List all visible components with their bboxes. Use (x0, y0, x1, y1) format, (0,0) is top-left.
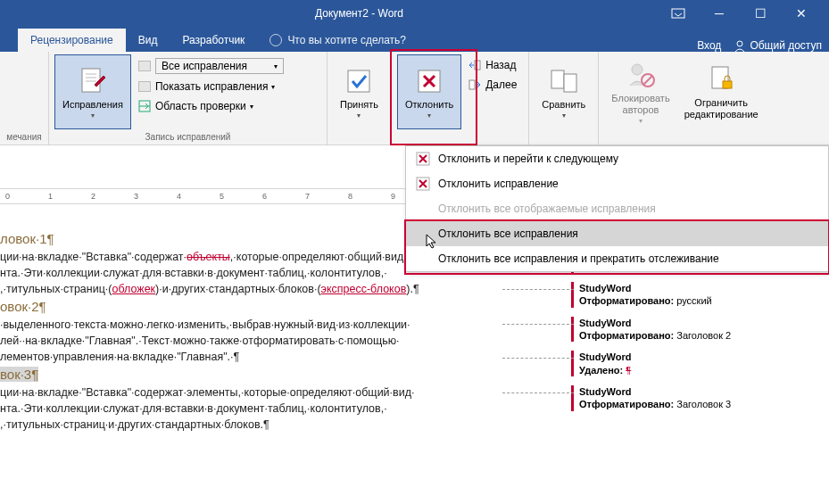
cursor-icon (426, 234, 438, 250)
block-authors-label2: авторов (623, 104, 659, 115)
prev-label: Назад (485, 59, 516, 71)
inserted-text: обложек (112, 283, 155, 295)
review-pane-icon (137, 99, 152, 113)
next-label: Далее (485, 78, 517, 91)
tab-review[interactable]: Рецензирование (18, 29, 126, 52)
group-comments-label: мечания (5, 130, 43, 144)
change-label: Отформатировано: (579, 399, 674, 409)
reject-and-next-item[interactable]: Отклонить и перейти к следующему (406, 146, 828, 171)
login-link[interactable]: Вход (697, 39, 721, 52)
text: нта.·Эти·коллекции·служат·для·вставки·в·… (0, 267, 387, 279)
accept-button[interactable]: Принять ▾ (333, 54, 385, 129)
restrict-icon (705, 63, 737, 95)
caret-icon: ▾ (562, 112, 566, 120)
show-markup-label: Показать исправления (155, 80, 269, 93)
track-changes-button[interactable]: Исправления ▾ (54, 54, 131, 129)
all-markup-label: Все исправления (162, 60, 247, 72)
markup-icon (137, 59, 152, 73)
block-authors-icon (625, 59, 657, 91)
caret-icon: ▾ (427, 112, 431, 120)
heading-3: вок·3¶ (0, 367, 38, 382)
change-item[interactable]: StudyWordУдалено: ¶ (571, 351, 731, 376)
reject-shown-item: Отклонить все отображаемые исправления (406, 196, 828, 221)
change-item[interactable]: StudyWordОтформатировано: русский (571, 282, 731, 308)
compare-button[interactable]: Сравнить ▾ (535, 54, 593, 129)
window-title: Документ2 - Word (61, 7, 658, 20)
accept-label: Принять (340, 99, 378, 111)
svg-rect-17 (723, 81, 732, 88)
text: ·выделенного·текста·можно·легко·изменить… (0, 318, 410, 331)
text: ,·которые·определяют·общий·вид· (230, 251, 407, 263)
svg-rect-7 (348, 70, 369, 92)
restrict-editing-button[interactable]: Ограничитьредактирование (677, 54, 766, 129)
highlight-box-dropdown (404, 219, 829, 275)
change-item[interactable]: StudyWordОтформатировано: Заголовок 3 (571, 385, 731, 411)
svg-point-1 (737, 41, 742, 46)
text: ции·на·вкладке·"Вставка"·содержат·элемен… (0, 386, 414, 399)
track-changes-icon (77, 65, 109, 97)
change-author: StudyWord (579, 351, 731, 363)
text: ,·титульных·страниц·и·других·стандартных… (0, 418, 269, 431)
change-value: Заголовок 3 (676, 399, 731, 409)
reject-change-item[interactable]: Отклонить исправление (406, 171, 828, 196)
review-pane-button[interactable]: Область проверки ▾ (135, 97, 306, 115)
tab-strip: Рецензирование Вид Разработчик Что вы хо… (0, 27, 829, 52)
caret-icon: ▾ (639, 117, 642, 125)
reject-label: Отклонить (405, 99, 453, 111)
compare-icon (548, 65, 580, 97)
block-authors-label1: Блокировать (611, 93, 669, 103)
text: нта.·Эти·коллекции·служат·для·вставки·в·… (0, 402, 387, 415)
reject-icon (415, 151, 431, 167)
tab-view[interactable]: Вид (126, 29, 170, 52)
text: лей··на·вкладке·"Главная".·Текст·можно·т… (0, 335, 400, 347)
reject-dropdown: Отклонить и перейти к следующему Отклони… (405, 145, 829, 272)
svg-rect-12 (564, 74, 576, 92)
tab-developer[interactable]: Разработчик (170, 29, 257, 52)
tracking-group-label: Запись исправлений (54, 130, 321, 144)
reject-button[interactable]: Отклонить ▾ (397, 54, 461, 129)
share-button[interactable]: Общий доступ (734, 39, 822, 52)
svg-rect-11 (551, 70, 564, 88)
caret-icon: ▾ (91, 112, 95, 120)
reject-icon (413, 65, 445, 97)
dropdown-caret-icon: ▾ (274, 62, 278, 70)
svg-point-13 (632, 64, 642, 75)
change-author: StudyWord (579, 385, 731, 398)
ribbon-options-icon[interactable] (658, 0, 699, 27)
review-pane-label: Область проверки (155, 100, 246, 112)
text: ).¶ (406, 283, 419, 295)
change-author: StudyWord (579, 317, 731, 329)
show-markup-icon (137, 79, 152, 94)
change-author: StudyWord (579, 282, 731, 294)
track-changes-label: Исправления (62, 99, 123, 111)
tell-me-label: Что вы хотите сделать? (287, 34, 406, 46)
svg-line-15 (643, 76, 652, 85)
change-value: Заголовок 2 (676, 330, 731, 341)
svg-rect-2 (82, 69, 100, 92)
change-label: Отформатировано: (579, 295, 674, 306)
block-authors-button[interactable]: Блокироватьавторов ▾ (604, 54, 676, 129)
close-button[interactable]: ✕ (781, 0, 822, 27)
text: )·и·других·стандартных·блоков·( (155, 283, 320, 295)
heading-1: ловок·1¶ (0, 231, 54, 246)
share-label: Общий доступ (750, 39, 822, 52)
dropdown-caret-icon: ▾ (271, 83, 275, 91)
caret-icon: ▾ (357, 112, 361, 120)
maximize-button[interactable]: ☐ (740, 0, 781, 27)
display-for-review[interactable]: Все исправления ▾ (135, 56, 306, 76)
text: лементов·управления·на·вкладке·"Главная"… (0, 351, 239, 363)
deleted-text: объекты (187, 251, 230, 263)
change-label: Отформатировано: (579, 330, 674, 341)
dd-label: Отклонить исправление (438, 178, 559, 190)
minimize-button[interactable]: ─ (699, 0, 740, 27)
heading-2: овок·2¶ (0, 299, 46, 314)
text: ции·на·вкладке·"Вставка"·содержат· (0, 251, 187, 263)
restrict-label2: редактирование (684, 109, 759, 120)
change-label: Удалено: (579, 365, 623, 376)
change-item[interactable]: StudyWordОтформатировано: Заголовок 2 (571, 317, 731, 343)
titlebar: Документ2 - Word ─ ☐ ✕ (0, 0, 829, 27)
show-markup-button[interactable]: Показать исправления ▾ (135, 78, 306, 95)
change-value: ¶ (626, 365, 631, 376)
change-value: русский (676, 295, 711, 306)
accept-icon (343, 65, 375, 97)
